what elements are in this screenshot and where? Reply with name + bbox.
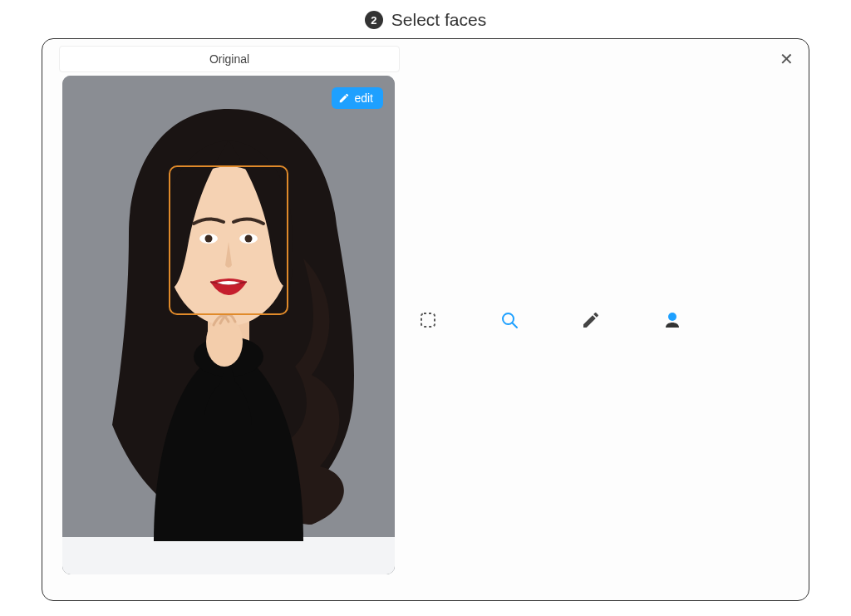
original-image: edit — [62, 76, 395, 574]
step-number: 2 — [371, 14, 376, 27]
svg-point-9 — [206, 317, 243, 367]
dashed-square-icon — [418, 310, 438, 330]
editor-panel: ✕ Original — [42, 38, 809, 601]
pencil-icon — [581, 310, 601, 330]
svg-rect-1 — [62, 537, 395, 574]
tab-original[interactable]: Original — [60, 47, 399, 71]
svg-rect-10 — [421, 313, 435, 327]
zoom-tool-button[interactable] — [498, 308, 521, 332]
image-tabs: Original — [59, 46, 400, 72]
portrait-illustration — [62, 76, 395, 574]
step-header: 2 Select faces — [0, 0, 851, 38]
face-tool-button[interactable] — [661, 308, 684, 332]
step-number-badge: 2 — [365, 11, 383, 29]
magnifier-icon — [499, 310, 519, 330]
face-selection-box[interactable] — [169, 165, 288, 315]
select-tool-button[interactable] — [416, 308, 440, 332]
svg-line-12 — [512, 323, 517, 328]
close-icon: ✕ — [780, 50, 794, 68]
edit-button-label: edit — [354, 91, 373, 105]
edit-button[interactable]: edit — [332, 87, 383, 109]
page-title: Select faces — [391, 10, 486, 30]
close-button[interactable]: ✕ — [776, 47, 797, 71]
pencil-icon — [338, 92, 350, 104]
person-icon — [662, 310, 682, 330]
right-toolbar — [416, 308, 684, 332]
pencil-tool-button[interactable] — [579, 308, 603, 332]
